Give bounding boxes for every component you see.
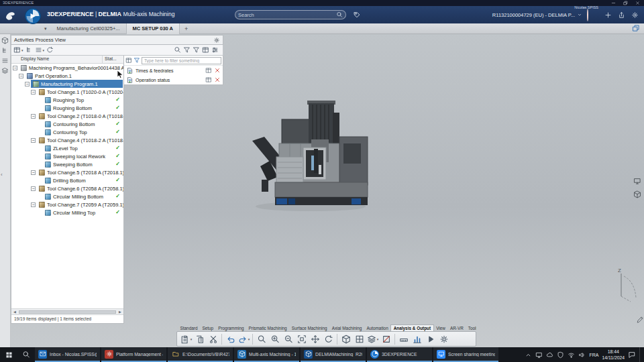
hidden-icons-chevron[interactable]	[525, 351, 532, 359]
expander-icon[interactable]: −	[31, 170, 36, 175]
ribbon-tab-ar-vr[interactable]: AR-VR	[447, 325, 466, 331]
rotate-icon[interactable]	[322, 333, 335, 345]
start-button[interactable]	[0, 347, 17, 362]
display-options-button[interactable]	[205, 76, 212, 83]
tree-node[interactable]: Drilling Bottom	[43, 176, 88, 184]
refresh-icon[interactable]	[46, 46, 54, 54]
scroll-right-arrow[interactable]: ▶	[117, 310, 123, 314]
display-options-icon[interactable]	[202, 46, 209, 54]
taskbar-search-icon[interactable]	[17, 347, 35, 362]
search-icon[interactable]	[255, 333, 268, 345]
taskbar-clock[interactable]: 18:44 14/11/2024	[602, 349, 625, 361]
taskbar-app-meeting[interactable]: Screen sharing meeting	[433, 347, 498, 362]
close-button[interactable]	[632, 0, 643, 6]
iso-view-icon[interactable]	[339, 333, 352, 345]
tree-row[interactable]: Roughing Top✓	[11, 96, 123, 104]
language-indicator[interactable]: FRA	[589, 353, 598, 357]
remove-column-button[interactable]	[214, 76, 221, 83]
model-tree-icon[interactable]	[1, 47, 9, 54]
panel-settings-gear-icon[interactable]	[213, 37, 220, 44]
pan-icon[interactable]	[309, 333, 321, 345]
tree-row[interactable]: −Tool Change.7 (T2059 A (T2059.1) - ...	[11, 200, 123, 208]
zoom-out-icon[interactable]	[282, 333, 294, 345]
filter-edit-icon[interactable]	[193, 46, 200, 54]
new-view-icon[interactable]: ▾	[13, 46, 23, 54]
tree-node[interactable]: Sweeping local Rework	[43, 152, 107, 160]
tree-row[interactable]: Contouring Bottom✓	[11, 120, 123, 128]
taskbar-app-explorer[interactable]: E:\Documents\VB\R427	[168, 347, 233, 362]
tree-row[interactable]: −Tool Change.2 (T1018-0 A (T1018-0...	[11, 112, 123, 120]
minimize-button[interactable]	[608, 0, 619, 6]
tree-row[interactable]: Circular Milling Top✓	[11, 208, 123, 217]
status-column-row[interactable]: Operation status	[124, 75, 223, 84]
collapsed-panel-cube-icon[interactable]	[633, 190, 641, 198]
action-center-icon[interactable]	[628, 351, 636, 359]
panel-header[interactable]: Activities Process View	[11, 35, 223, 45]
expander-icon[interactable]: −	[31, 90, 36, 95]
tree-node[interactable]: Circular Milling Top	[43, 208, 97, 217]
tree-node[interactable]: Tool Change.4 (T1018-2 A (T1018-2...	[37, 136, 123, 144]
layers-panel-icon[interactable]	[1, 67, 9, 74]
tree-row[interactable]: −Manufacturing Program.1	[11, 80, 123, 88]
tree-row[interactable]: Roughing Bottom✓	[11, 104, 123, 112]
document-tab-1[interactable]: Manufacturing Cell00325+...	[51, 23, 127, 34]
measure-icon[interactable]	[397, 333, 410, 345]
redo-icon[interactable]: ▾	[237, 333, 250, 345]
column-status[interactable]: Stat...	[102, 56, 123, 63]
section-icon[interactable]	[380, 333, 392, 345]
scroll-left-arrow[interactable]: ◀	[12, 310, 17, 314]
viewport[interactable]: ‹	[0, 34, 644, 347]
tree-node[interactable]: Roughing Bottom	[43, 104, 94, 112]
new-tab-button[interactable]: +	[180, 25, 193, 32]
undo-icon[interactable]	[224, 333, 237, 345]
view-mode-icon[interactable]: ▾	[35, 46, 45, 54]
tree-node[interactable]: Roughing Top	[43, 96, 86, 104]
ribbon-tab-analysis-output[interactable]: Analysis & Output	[390, 324, 433, 331]
ribbon-tab-prismatic-machining[interactable]: Prismatic Machining	[246, 325, 289, 331]
horizontal-scrollbar[interactable]: ◀ ▶	[11, 308, 123, 314]
ribbon-tab-axial-machining[interactable]: Axial Machining	[329, 325, 364, 331]
copy-icon[interactable]	[193, 333, 206, 345]
tree-row[interactable]: Drilling Bottom✓	[11, 176, 123, 184]
taskbar-app-delmia[interactable]: DELMIAMachining_R20...	[301, 347, 366, 362]
zoom-in-icon[interactable]	[268, 333, 281, 345]
tree-row[interactable]: −Tool Change.6 (T2058 A (T2058.1) - ...	[11, 184, 123, 192]
tree-node[interactable]: Tool Change.7 (T2059 A (T2059.1) - ...	[37, 200, 123, 208]
ribbon-tab-view[interactable]: View	[434, 325, 448, 331]
output-icon[interactable]	[437, 333, 450, 345]
scrollbar-thumb[interactable]	[19, 310, 116, 314]
expander-icon[interactable]: −	[25, 82, 30, 86]
ribbon-tab-setup[interactable]: Setup	[200, 325, 216, 331]
display-options-button[interactable]	[205, 67, 212, 74]
taskbar-app-machining[interactable]: Multi-axis Machining - 1...	[234, 347, 299, 362]
onedrive-icon[interactable]	[546, 351, 553, 359]
tree-row[interactable]: Sweeping local Rework✓	[11, 152, 123, 160]
tag-icon[interactable]	[352, 10, 362, 19]
annotate-pencil-icon[interactable]	[636, 316, 644, 324]
expander-icon[interactable]: −	[19, 74, 23, 78]
expander-icon[interactable]: −	[31, 114, 36, 119]
tree-node[interactable]: Circular Milling Bottom	[43, 192, 105, 200]
ribbon-tab-automation[interactable]: Automation	[364, 325, 390, 331]
global-search[interactable]	[235, 10, 346, 19]
status-column-row[interactable]: Times & feedrates	[124, 66, 223, 75]
ribbon-tab-surface-machining[interactable]: Surface Machining	[289, 325, 329, 331]
tree-node[interactable]: Contouring Bottom	[43, 120, 97, 128]
remove-column-button[interactable]	[214, 67, 221, 74]
user-area[interactable]: Nicolas SPISS	[587, 9, 598, 21]
tree-row[interactable]: Circular Milling Bottom✓	[11, 192, 123, 200]
tree-node[interactable]: Tool Change.2 (T1018-0 A (T1018-0...	[37, 112, 123, 120]
security-icon[interactable]	[557, 351, 564, 359]
list-view-icon[interactable]	[1, 57, 9, 64]
ribbon-tab-programming[interactable]: Programming	[216, 325, 246, 331]
analysis-icon[interactable]	[411, 333, 423, 345]
expander-icon[interactable]: −	[31, 202, 36, 207]
view-axis-icon[interactable]	[1, 37, 9, 44]
expander-icon[interactable]: −	[13, 66, 17, 70]
ribbon-tab-tools[interactable]: Tools	[466, 325, 476, 331]
column-display-name[interactable]: Display Name	[11, 56, 102, 63]
tree-node[interactable]: Tool Change.5 (T2018 A (T2018.1) / ...	[37, 168, 123, 176]
view-compass[interactable]: Z	[608, 265, 640, 308]
cut-icon[interactable]	[207, 333, 219, 345]
network-icon[interactable]	[568, 351, 575, 359]
